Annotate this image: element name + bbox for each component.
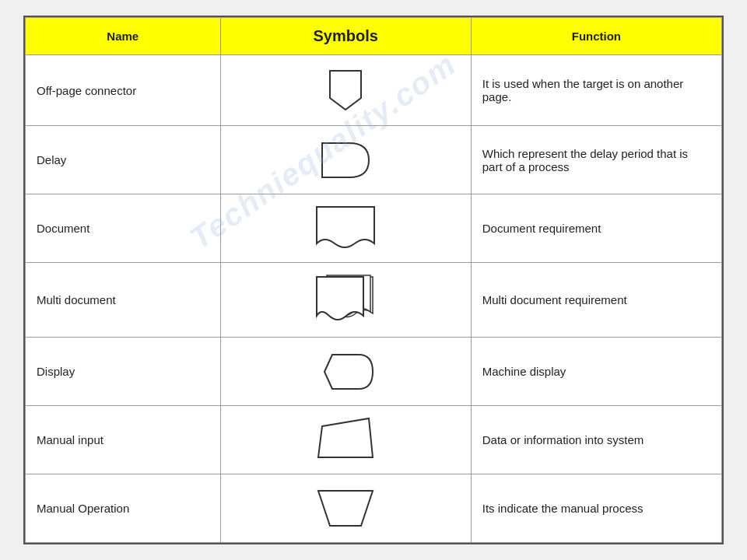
row-function: Multi document requirement (471, 263, 721, 338)
row-function: Machine display (471, 338, 721, 406)
row-function: It is used when the target is on another… (471, 55, 721, 126)
row-symbol (220, 194, 471, 263)
row-function: Its indicate the manual process (471, 474, 721, 543)
row-symbol (220, 55, 471, 126)
svg-marker-2 (318, 491, 373, 526)
manual-operation-icon (310, 483, 381, 534)
manual-input-icon (310, 415, 381, 465)
row-name: Display (26, 338, 221, 406)
row-symbol (220, 474, 471, 543)
header-name: Name (26, 18, 221, 55)
row-name: Multi document (26, 263, 221, 338)
row-name: Manual Operation (26, 474, 221, 543)
row-symbol (220, 263, 471, 338)
row-name: Off-page connector (26, 55, 221, 126)
row-function: Document requirement (471, 194, 721, 263)
svg-marker-1 (318, 418, 373, 457)
table-row: Off-page connector It is used when the t… (26, 55, 722, 126)
table-row: Document Document requirement (26, 194, 722, 263)
table-row: Display Machine display (26, 338, 722, 406)
header-symbols: Symbols (220, 18, 471, 55)
table-row: Multi document Multi document requiremen… (26, 263, 722, 338)
row-name: Delay (26, 126, 221, 194)
row-function: Which represent the delay period that is… (471, 126, 721, 194)
table-row: Delay Which represent the delay period t… (26, 126, 722, 194)
table-row: Manual Operation Its indicate the manual… (26, 474, 722, 543)
row-name: Manual input (26, 406, 221, 474)
display-icon (310, 348, 381, 395)
row-symbol (220, 126, 471, 194)
document-icon (310, 203, 381, 254)
multi-document-icon (310, 271, 381, 329)
row-function: Data or information into system (471, 406, 721, 474)
table-row: Manual input Data or information into sy… (26, 406, 722, 474)
row-name: Document (26, 194, 221, 263)
off-page-connector-icon (318, 63, 373, 117)
row-symbol (220, 406, 471, 474)
row-symbol (220, 338, 471, 406)
main-table-wrapper: Techniequality.com Name Symbols Function… (23, 16, 724, 544)
header-function: Function (471, 18, 721, 55)
delay-icon (314, 137, 377, 184)
svg-marker-0 (330, 71, 361, 110)
